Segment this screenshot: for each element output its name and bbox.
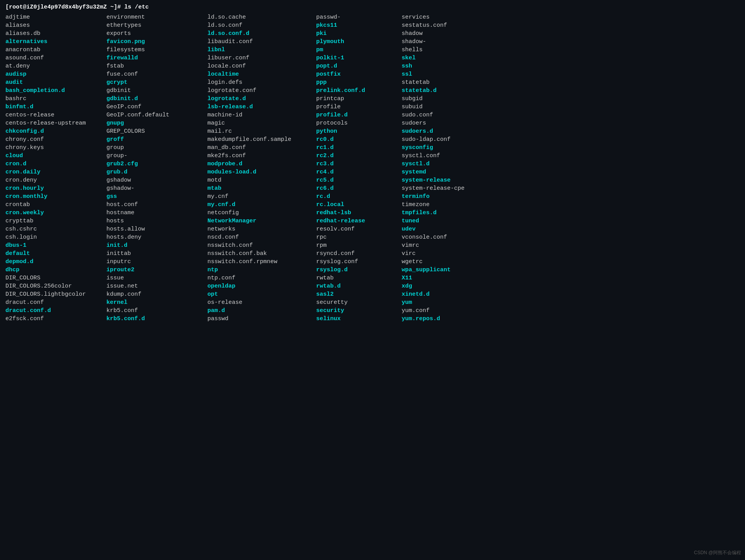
file-item: hostname bbox=[106, 209, 207, 217]
file-item: inittab bbox=[106, 250, 207, 257]
file-item: terminfo bbox=[402, 193, 499, 200]
file-item: xinetd.d bbox=[402, 291, 499, 298]
file-item: cron.hourly bbox=[5, 185, 106, 192]
file-item: ld.so.conf bbox=[207, 22, 316, 29]
file-item: ld.so.conf.d bbox=[207, 30, 316, 37]
file-item: GREP_COLORS bbox=[106, 128, 207, 135]
file-item: networks bbox=[207, 225, 316, 233]
file-item: hosts bbox=[106, 217, 207, 225]
file-item: grub.d bbox=[106, 168, 207, 176]
file-item: ppp bbox=[316, 79, 402, 86]
file-item: subgid bbox=[402, 95, 499, 102]
file-item: shadow bbox=[402, 30, 499, 37]
file-item: sudo.conf bbox=[402, 111, 499, 119]
file-item: gdbinit bbox=[106, 87, 207, 94]
file-item: gcrypt bbox=[106, 79, 207, 86]
file-item: rc1.d bbox=[316, 144, 402, 151]
file-item: tuned bbox=[402, 217, 499, 225]
file-item: modprobe.d bbox=[207, 160, 316, 168]
file-item: crypttab bbox=[5, 217, 106, 225]
file-item: udev bbox=[402, 225, 499, 233]
file-item: cron.daily bbox=[5, 168, 106, 176]
file-item: sudoers.d bbox=[402, 128, 499, 135]
file-item: pkcs11 bbox=[316, 22, 402, 29]
file-item: grub2.cfg bbox=[106, 160, 207, 168]
file-item: rc.d bbox=[316, 193, 402, 200]
file-item: sysctl.d bbox=[402, 160, 499, 168]
file-item: filesystems bbox=[106, 46, 207, 54]
file-item: bash_completion.d bbox=[5, 87, 106, 94]
file-item: libnl bbox=[207, 46, 316, 54]
file-item: fstab bbox=[106, 62, 207, 70]
file-item: timezone bbox=[402, 201, 499, 208]
file-item: GeoIP.conf bbox=[106, 103, 207, 111]
file-item: netconfig bbox=[207, 209, 316, 217]
file-item: yum bbox=[402, 299, 499, 306]
file-item: sudo-ldap.conf bbox=[402, 136, 499, 143]
file-item: profile.d bbox=[316, 111, 402, 119]
file-item: protocols bbox=[316, 120, 402, 127]
file-item: aliases.db bbox=[5, 30, 106, 37]
file-item: redhat-release bbox=[316, 217, 402, 225]
file-item: firewalld bbox=[106, 54, 207, 62]
file-item: host.conf bbox=[106, 201, 207, 208]
file-item: wgetrc bbox=[402, 258, 499, 265]
file-item: services bbox=[402, 14, 499, 21]
file-item: printcap bbox=[316, 95, 402, 102]
file-item: ethertypes bbox=[106, 22, 207, 29]
file-item: os-release bbox=[207, 299, 316, 306]
file-item: ntp.conf bbox=[207, 274, 316, 282]
file-item: cloud bbox=[5, 152, 106, 160]
file-item: rc4.d bbox=[316, 168, 402, 176]
file-item: csh.login bbox=[5, 234, 106, 241]
file-item: rc6.d bbox=[316, 185, 402, 192]
file-item: issue.net bbox=[106, 283, 207, 290]
file-item: GeoIP.conf.default bbox=[106, 111, 207, 119]
file-item: passwd- bbox=[316, 14, 402, 21]
file-item: audisp bbox=[5, 71, 106, 78]
file-item: hosts.deny bbox=[106, 234, 207, 241]
file-item: exports bbox=[106, 30, 207, 37]
file-item: rsyncd.conf bbox=[316, 250, 402, 257]
file-item: libaudit.conf bbox=[207, 38, 316, 45]
file-item: rc3.d bbox=[316, 160, 402, 168]
file-item: popt.d bbox=[316, 62, 402, 70]
file-item: groff bbox=[106, 136, 207, 143]
file-item: csh.cshrc bbox=[5, 225, 106, 233]
file-item: chrony.keys bbox=[5, 144, 106, 151]
file-item: krb5.conf.d bbox=[106, 315, 207, 322]
file-item: system-release-cpe bbox=[402, 185, 499, 192]
file-item: rpc bbox=[316, 234, 402, 241]
file-item: pam.d bbox=[207, 307, 316, 314]
file-item: statetab bbox=[402, 79, 499, 86]
file-item: krb5.conf bbox=[106, 307, 207, 314]
file-item: login.defs bbox=[207, 79, 316, 86]
file-item: rc5.d bbox=[316, 177, 402, 184]
file-item: skel bbox=[402, 54, 499, 62]
file-item: logrotate.d bbox=[207, 95, 316, 102]
file-item: rsyslog.d bbox=[316, 266, 402, 274]
file-item: audit bbox=[5, 79, 106, 86]
file-item: inputrc bbox=[106, 258, 207, 265]
file-item: virc bbox=[402, 250, 499, 257]
file-item: cron.monthly bbox=[5, 193, 106, 200]
file-item: profile bbox=[316, 103, 402, 111]
file-item: mke2fs.conf bbox=[207, 152, 316, 160]
file-item: rwtab bbox=[316, 274, 402, 282]
file-item: libuser.conf bbox=[207, 54, 316, 62]
file-item: at.deny bbox=[5, 62, 106, 70]
file-item: statetab.d bbox=[402, 87, 499, 94]
file-item: nsswitch.conf.rpmnew bbox=[207, 258, 316, 265]
file-item: issue bbox=[106, 274, 207, 282]
file-item: yum.conf bbox=[402, 307, 499, 314]
file-item: locale.conf bbox=[207, 62, 316, 70]
file-item: asound.conf bbox=[5, 54, 106, 62]
file-item: passwd bbox=[207, 315, 316, 322]
file-item: ssh bbox=[402, 62, 499, 70]
file-item: vconsole.conf bbox=[402, 234, 499, 241]
file-item: dracut.conf.d bbox=[5, 307, 106, 314]
file-item: systemd bbox=[402, 168, 499, 176]
file-item: redhat-lsb bbox=[316, 209, 402, 217]
file-item: xdg bbox=[402, 283, 499, 290]
file-item: rwtab.d bbox=[316, 283, 402, 290]
